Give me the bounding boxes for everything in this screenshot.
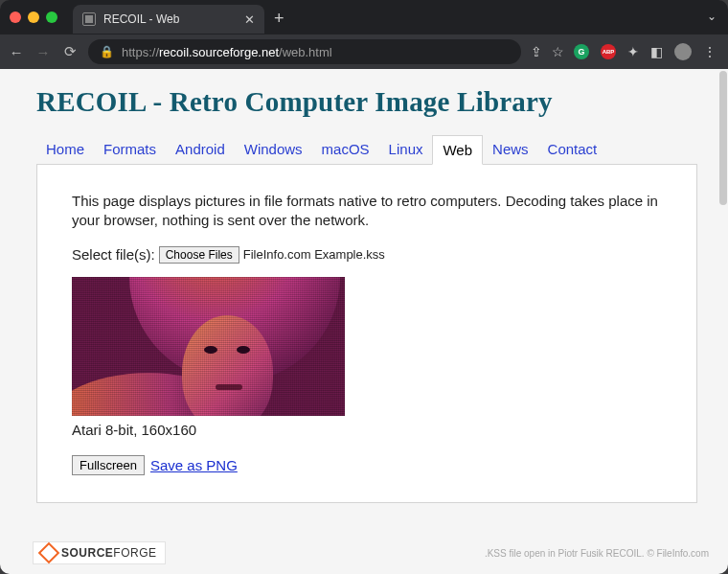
address-bar: ← → ⟳ 🔒 https://recoil.sourceforge.net/w… <box>0 34 728 69</box>
abp-extension-icon[interactable]: ABP <box>601 44 616 59</box>
reload-button[interactable]: ⟳ <box>61 43 79 60</box>
close-tab-icon[interactable]: ✕ <box>244 12 255 27</box>
grammarly-extension-icon[interactable]: G <box>574 44 589 59</box>
tab-news[interactable]: News <box>483 135 538 165</box>
tab-linux[interactable]: Linux <box>379 135 433 165</box>
menu-icon[interactable]: ⋮ <box>703 44 717 59</box>
tab-android[interactable]: Android <box>166 135 235 165</box>
share-icon[interactable]: ⇪ <box>531 44 542 59</box>
window-controls <box>10 11 57 23</box>
lock-icon: 🔒 <box>100 45 114 58</box>
url-scheme: https:// <box>122 45 159 59</box>
file-select-row: Select file(s): Choose Files FileInfo.co… <box>72 246 662 264</box>
favicon-icon <box>82 12 96 26</box>
bookmark-icon[interactable]: ☆ <box>552 44 564 59</box>
scrollbar[interactable] <box>719 71 727 205</box>
browser-tab[interactable]: RECOIL - Web ✕ <box>73 5 264 34</box>
page-content: RECOIL - Retro Computer Image Library Ho… <box>0 69 728 503</box>
sourceforge-icon <box>41 545 57 561</box>
new-tab-button[interactable]: + <box>274 9 284 29</box>
titlebar: RECOIL - Web ✕ + ⌄ <box>0 0 728 34</box>
tab-windows[interactable]: Windows <box>235 135 312 165</box>
url-path: /web.html <box>279 45 332 59</box>
selected-filename: FileInfo.com Example.kss <box>243 247 385 262</box>
tab-title: RECOIL - Web <box>103 12 237 26</box>
forward-button: → <box>34 44 52 60</box>
select-label: Select file(s): <box>72 246 155 263</box>
image-caption: Atari 8-bit, 160x160 <box>72 422 662 438</box>
url-text: https://recoil.sourceforge.net/web.html <box>122 45 332 59</box>
close-window-button[interactable] <box>10 11 21 23</box>
intro-text: This page displays pictures in file form… <box>72 192 662 231</box>
browser-chrome: RECOIL - Web ✕ + ⌄ ← → ⟳ 🔒 https://recoi… <box>0 0 728 69</box>
url-host: recoil.sourceforge.net <box>159 45 279 59</box>
tab-contact[interactable]: Contact <box>538 135 607 165</box>
actions-row: Fullscreen Save as PNG <box>72 455 662 475</box>
sourceforge-logo[interactable]: SOURCEFORGE <box>33 541 166 564</box>
profile-avatar[interactable] <box>674 43 692 60</box>
nav-tabs: HomeFormatsAndroidWindowsmacOSLinuxWebNe… <box>36 135 697 165</box>
page-viewport: RECOIL - Retro Computer Image Library Ho… <box>0 69 728 574</box>
image-preview <box>72 277 345 416</box>
tab-web[interactable]: Web <box>432 135 483 165</box>
reader-icon[interactable]: ◧ <box>650 44 663 59</box>
content-panel: This page displays pictures in file form… <box>36 164 697 503</box>
page-title: RECOIL - Retro Computer Image Library <box>36 86 697 118</box>
choose-files-button[interactable]: Choose Files <box>159 246 239 264</box>
save-png-link[interactable]: Save as PNG <box>150 457 238 473</box>
maximize-window-button[interactable] <box>46 11 57 23</box>
url-field[interactable]: 🔒 https://recoil.sourceforge.net/web.htm… <box>88 39 521 64</box>
minimize-window-button[interactable] <box>28 11 39 23</box>
sourceforge-text: SOURCEFORGE <box>61 546 157 560</box>
footer: SOURCEFORGE .KSS file open in Piotr Fusi… <box>33 541 709 564</box>
tab-macos[interactable]: macOS <box>312 135 379 165</box>
tab-home[interactable]: Home <box>36 135 94 165</box>
tabs-dropdown-icon[interactable]: ⌄ <box>707 10 717 23</box>
extension-icons: G ABP ✦ ◧ ⋮ <box>574 43 720 60</box>
extensions-icon[interactable]: ✦ <box>627 44 639 59</box>
credit-text: .KSS file open in Piotr Fusik RECOIL. © … <box>485 548 709 559</box>
fullscreen-button[interactable]: Fullscreen <box>72 455 145 475</box>
back-button[interactable]: ← <box>8 44 25 60</box>
tab-formats[interactable]: Formats <box>94 135 166 165</box>
